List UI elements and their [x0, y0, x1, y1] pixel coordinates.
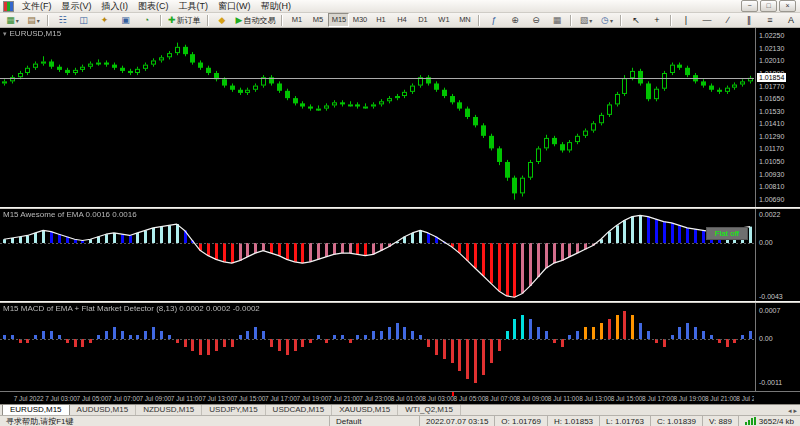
menu-item[interactable]: 插入(I) [97, 0, 134, 13]
axis-tick-label: 1.00690 [759, 196, 784, 203]
crosshair-button[interactable]: + [646, 13, 667, 28]
periods-icon: ◷ [601, 16, 609, 25]
axis-tick-label: 1.01170 [759, 145, 784, 152]
chart-tab-nzdusd[interactable]: NZDUSD,M15 [136, 405, 202, 415]
close-button[interactable]: × [779, 0, 796, 12]
time-axis-label: 8 Jul 23:00 [736, 395, 754, 402]
templates-button[interactable]: ▧▾ [575, 13, 596, 28]
chart-tab-usdjpy[interactable]: USDJPY,M15 [202, 405, 265, 415]
timeframe-h1-button[interactable]: H1 [370, 13, 391, 27]
time-axis: 7 Jul 20227 Jul 03:007 Jul 05:007 Jul 07… [0, 391, 800, 404]
price-chart-canvas[interactable] [0, 28, 754, 207]
menu-list: 文件(F)显示(V)插入(I)图表(C)工具(T)窗口(W)帮助(H) [17, 0, 296, 13]
chart-tab-xauusd[interactable]: XAUUSD,M15 [332, 405, 398, 415]
macd-indicator-canvas[interactable] [0, 303, 754, 391]
timeframe-m1-button[interactable]: M1 [286, 13, 307, 27]
timeframe-d1-button[interactable]: D1 [412, 13, 433, 27]
one-click-trading-icon[interactable]: ▾ [3, 30, 7, 37]
status-cell: O: 1.01769 [494, 416, 547, 426]
timeframe-m15-button[interactable]: M15 [328, 13, 349, 27]
tab-scroll-right-icon[interactable]: ▸ [793, 407, 797, 415]
tile-windows-icon: ▦ [553, 16, 562, 25]
periods-button[interactable]: ◷▾ [596, 13, 617, 28]
data-window-icon: ◫ [79, 16, 88, 25]
axis-tick-label: -0.0043 [759, 293, 783, 300]
chart-tab-usdcad[interactable]: USDCAD,M15 [266, 405, 333, 415]
autotrading-label: 自动交易 [243, 15, 275, 26]
menu-item[interactable]: 工具(T) [174, 0, 214, 13]
restore-button[interactable]: □ [760, 0, 777, 12]
price-chart-pane: ▾EURUSD,M15 1.01854 1.022501.021301.0201… [0, 28, 800, 207]
toolbar-separator [47, 15, 49, 26]
zoom-out-button[interactable]: ⊖ [525, 13, 546, 28]
vertical-line-button[interactable]: | [675, 13, 696, 28]
autotrading-button[interactable]: ▶自动交易 [233, 13, 279, 28]
trendline-button[interactable]: ∕ [717, 13, 738, 28]
awesome-indicator-canvas[interactable] [0, 209, 754, 301]
status-cell: L: 1.01763 [599, 416, 650, 426]
flat-off-button[interactable]: Flat off [706, 227, 748, 240]
menu-item[interactable]: 显示(V) [57, 0, 97, 13]
equidistant-channel-button[interactable]: ∥ [738, 13, 759, 28]
profiles-button[interactable]: ▤▾ [23, 13, 44, 28]
indicators-list-icon: ƒ [491, 16, 496, 25]
autotrading-icon: ▶ [236, 16, 243, 25]
chart-tab-wti_q2[interactable]: WTI_Q2,M15 [398, 405, 461, 415]
axis-tick-label: 1.01290 [759, 133, 784, 140]
timeframe-m5-button[interactable]: M5 [307, 13, 328, 27]
chart-symbol-label: ▾EURUSD,M15 [3, 29, 61, 38]
toolbar-separator [281, 15, 283, 26]
time-axis-label: 7 Jul 03:00 [45, 395, 77, 402]
menu-bar: 文件(F)显示(V)插入(I)图表(C)工具(T)窗口(W)帮助(H) −□× [0, 0, 800, 13]
new-order-button[interactable]: ✚新订单 [165, 13, 204, 28]
axis-tick-label: 1.01650 [759, 95, 784, 102]
zoom-out-icon: ⊖ [532, 16, 540, 25]
time-axis-label: 7 Jul 19:00 [296, 395, 328, 402]
terminal-button[interactable]: ▣ [115, 13, 136, 28]
timeframe-w1-button[interactable]: W1 [433, 13, 454, 27]
market-watch-button[interactable]: ☷ [52, 13, 73, 28]
metaeditor-button[interactable]: ◆ [212, 13, 233, 28]
menu-item[interactable]: 文件(F) [17, 0, 57, 13]
tab-scroll-left-icon[interactable]: ◂ [788, 407, 792, 415]
market-watch-icon: ☷ [58, 16, 66, 25]
axis-tick-label: 0.00 [759, 335, 773, 342]
axis-tick-label: 1.00810 [759, 183, 784, 190]
time-axis-label: 7 Jul 07:00 [108, 395, 140, 402]
minimize-button[interactable]: − [741, 0, 758, 12]
chart-tab-bar: EURUSD,M15AUDUSD,M15NZDUSD,M15USDJPY,M15… [0, 404, 800, 415]
text-label-button[interactable]: A [780, 13, 800, 28]
crosshair-icon: + [654, 16, 659, 25]
axis-tick-label: 0.0007 [759, 307, 780, 314]
timeframe-mn-button[interactable]: MN [454, 13, 475, 27]
navigator-button[interactable]: ✦ [94, 13, 115, 28]
macd-indicator-pane: M15 MACD of EMA + Flat Market Detector (… [0, 303, 800, 391]
new-chart-button[interactable]: ▦▾ [2, 13, 23, 28]
strategy-tester-button[interactable]: ◔ [136, 13, 157, 28]
axis-tick-label: 0.0022 [759, 211, 780, 218]
menu-item[interactable]: 图表(C) [133, 0, 174, 13]
traffic-amount: 3652/4 kb [759, 417, 794, 426]
menu-item[interactable]: 帮助(H) [256, 0, 297, 13]
menu-item[interactable]: 窗口(W) [213, 0, 256, 13]
axis-tick-label: 1.00930 [759, 171, 784, 178]
horizontal-line-button[interactable]: — [696, 13, 717, 28]
data-window-button[interactable]: ◫ [73, 13, 94, 28]
chart-tab-eurusd[interactable]: EURUSD,M15 [2, 404, 70, 415]
fibonacci-button[interactable]: ≡ [759, 13, 780, 28]
mt4-terminal-window: 文件(F)显示(V)插入(I)图表(C)工具(T)窗口(W)帮助(H) −□× … [0, 0, 800, 426]
axis-tick-label: 1.02130 [759, 45, 784, 52]
tile-windows-button[interactable]: ▦ [546, 13, 567, 28]
cursor-button[interactable]: ↖ [625, 13, 646, 28]
zoom-in-button[interactable]: ⊕ [504, 13, 525, 28]
chart-tab-audusd[interactable]: AUDUSD,M15 [70, 405, 137, 415]
timeframe-m30-button[interactable]: M30 [349, 13, 370, 27]
status-cells: Default2022.07.07 03:15O: 1.01769H: 1.01… [329, 416, 738, 426]
timeframe-h4-button[interactable]: H4 [391, 13, 412, 27]
indicators-list-button[interactable]: ƒ [483, 13, 504, 28]
connection-status: 3652/4 kb [738, 416, 800, 426]
profiles-icon: ▤ [27, 16, 36, 25]
time-axis-label: 8 Jul 17:00 [642, 395, 674, 402]
time-axis-marker-icon [452, 392, 454, 396]
navigator-icon: ✦ [101, 16, 109, 25]
